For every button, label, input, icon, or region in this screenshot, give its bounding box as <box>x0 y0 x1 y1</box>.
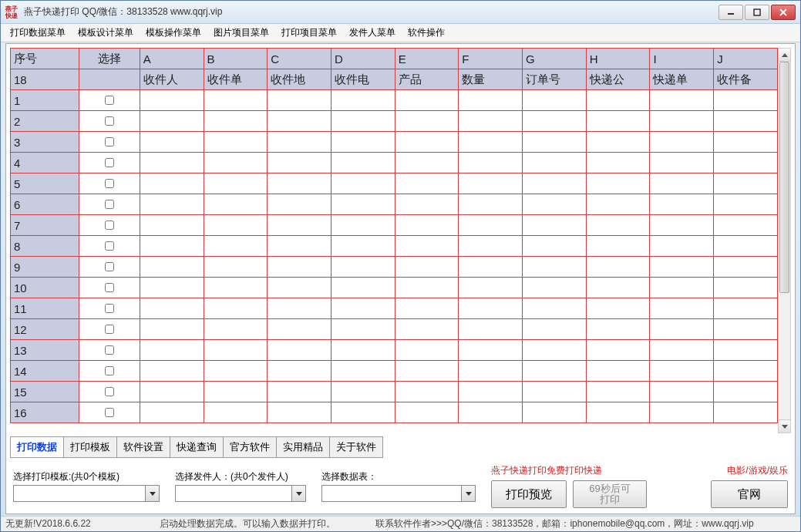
tab-1[interactable]: 打印模板 <box>63 436 117 458</box>
row-select-checkbox[interactable] <box>105 283 114 292</box>
data-cell[interactable] <box>459 173 523 194</box>
menu-item-5[interactable]: 发件人菜单 <box>343 25 402 41</box>
row-number[interactable]: 13 <box>11 340 79 361</box>
data-cell[interactable] <box>268 194 332 215</box>
data-cell[interactable] <box>331 298 395 319</box>
data-cell[interactable] <box>395 153 459 173</box>
scroll-up-button[interactable] <box>779 49 790 62</box>
sub-header-5[interactable]: 产品 <box>395 69 459 90</box>
datatable-combo[interactable] <box>321 485 476 502</box>
select-cell[interactable] <box>79 340 140 361</box>
data-cell[interactable] <box>714 132 778 153</box>
row-number[interactable]: 6 <box>11 194 79 215</box>
data-cell[interactable] <box>140 90 204 111</box>
data-cell[interactable] <box>204 194 268 215</box>
data-cell[interactable] <box>586 111 650 132</box>
row-number[interactable]: 9 <box>11 257 79 278</box>
row-number[interactable]: 7 <box>11 215 79 236</box>
data-cell[interactable] <box>523 298 587 319</box>
data-cell[interactable] <box>268 236 332 257</box>
select-cell[interactable] <box>79 90 140 111</box>
data-cell[interactable] <box>523 90 587 111</box>
data-cell[interactable] <box>268 90 332 111</box>
data-cell[interactable] <box>268 278 332 298</box>
data-cell[interactable] <box>523 215 587 236</box>
data-cell[interactable] <box>395 132 459 153</box>
data-cell[interactable] <box>523 361 587 382</box>
data-cell[interactable] <box>714 319 778 340</box>
scroll-track[interactable] <box>779 62 790 419</box>
menu-item-6[interactable]: 软件操作 <box>402 25 451 41</box>
data-cell[interactable] <box>586 340 650 361</box>
row-select-checkbox[interactable] <box>105 366 114 375</box>
menu-item-0[interactable]: 打印数据菜单 <box>4 25 72 41</box>
data-cell[interactable] <box>268 257 332 278</box>
data-cell[interactable] <box>650 153 714 173</box>
data-cell[interactable] <box>331 111 395 132</box>
data-cell[interactable] <box>586 402 650 423</box>
data-cell[interactable] <box>331 382 395 402</box>
data-cell[interactable] <box>395 215 459 236</box>
select-cell[interactable] <box>79 215 140 236</box>
sub-header-9[interactable]: 快递单 <box>650 69 714 90</box>
data-cell[interactable] <box>650 215 714 236</box>
data-cell[interactable] <box>459 132 523 153</box>
col-header-选择[interactable]: 选择 <box>79 49 140 69</box>
data-cell[interactable] <box>395 111 459 132</box>
data-cell[interactable] <box>586 194 650 215</box>
data-cell[interactable] <box>395 402 459 423</box>
data-cell[interactable] <box>331 278 395 298</box>
col-header-F[interactable]: F <box>459 49 523 69</box>
row-select-checkbox[interactable] <box>105 158 114 167</box>
data-cell[interactable] <box>395 236 459 257</box>
data-cell[interactable] <box>586 361 650 382</box>
row-number[interactable]: 15 <box>11 382 79 402</box>
col-header-B[interactable]: B <box>204 49 268 69</box>
data-cell[interactable] <box>523 111 587 132</box>
data-cell[interactable] <box>204 278 268 298</box>
col-header-D[interactable]: D <box>331 49 395 69</box>
data-cell[interactable] <box>650 298 714 319</box>
data-cell[interactable] <box>331 215 395 236</box>
data-cell[interactable] <box>140 236 204 257</box>
data-cell[interactable] <box>586 236 650 257</box>
data-cell[interactable] <box>650 402 714 423</box>
data-cell[interactable] <box>331 319 395 340</box>
data-cell[interactable] <box>204 361 268 382</box>
select-cell[interactable] <box>79 194 140 215</box>
row-number[interactable]: 8 <box>11 236 79 257</box>
row-select-checkbox[interactable] <box>105 116 114 126</box>
col-header-C[interactable]: C <box>268 49 332 69</box>
data-cell[interactable] <box>395 340 459 361</box>
data-cell[interactable] <box>331 194 395 215</box>
scroll-down-button[interactable] <box>779 419 790 433</box>
data-cell[interactable] <box>140 132 204 153</box>
data-cell[interactable] <box>650 361 714 382</box>
data-cell[interactable] <box>523 173 587 194</box>
row-select-checkbox[interactable] <box>105 221 114 230</box>
sub-header-7[interactable]: 订单号 <box>523 69 587 90</box>
data-cell[interactable] <box>204 298 268 319</box>
data-cell[interactable] <box>268 319 332 340</box>
col-header-H[interactable]: H <box>586 49 650 69</box>
tab-6[interactable]: 关于软件 <box>329 436 383 458</box>
data-cell[interactable] <box>459 340 523 361</box>
data-cell[interactable] <box>140 278 204 298</box>
data-cell[interactable] <box>395 361 459 382</box>
row-number[interactable]: 1 <box>11 90 79 111</box>
select-cell[interactable] <box>79 298 140 319</box>
minimize-button[interactable] <box>719 5 743 20</box>
data-cell[interactable] <box>140 361 204 382</box>
data-cell[interactable] <box>459 153 523 173</box>
tab-5[interactable]: 实用精品 <box>276 436 330 458</box>
template-combo[interactable] <box>13 485 160 502</box>
data-cell[interactable] <box>140 173 204 194</box>
maximize-button[interactable] <box>745 5 769 20</box>
data-cell[interactable] <box>523 319 587 340</box>
row-number[interactable]: 5 <box>11 173 79 194</box>
row-number[interactable]: 3 <box>11 132 79 153</box>
data-cell[interactable] <box>523 278 587 298</box>
row-number[interactable]: 16 <box>11 402 79 423</box>
data-cell[interactable] <box>268 132 332 153</box>
data-cell[interactable] <box>459 402 523 423</box>
